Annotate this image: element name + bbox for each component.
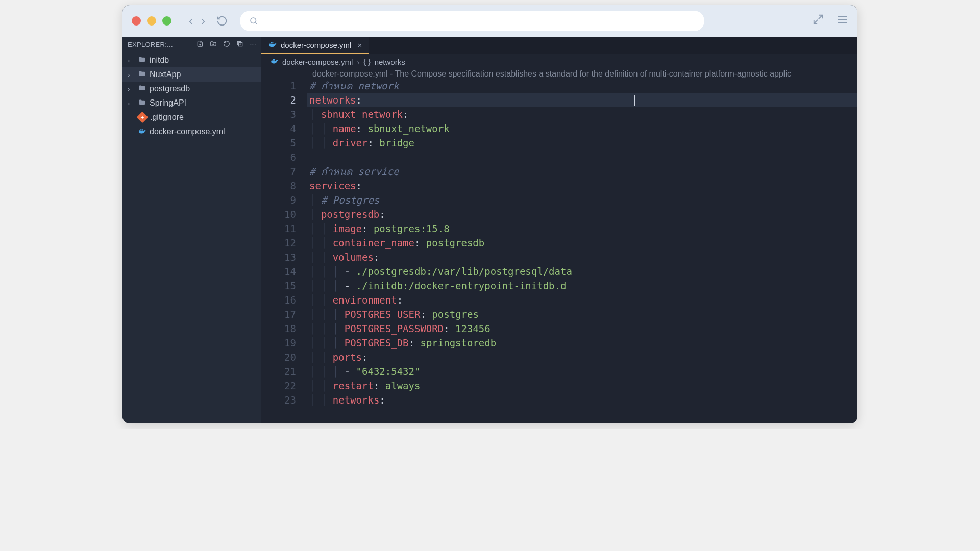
breadcrumb[interactable]: docker-compose.yml › { } networks: [261, 54, 857, 69]
app-window: ‹ › EXPLORER:...: [122, 5, 857, 423]
close-icon[interactable]: ×: [357, 41, 362, 49]
minimize-window-button[interactable]: [147, 16, 156, 26]
tab-docker-compose[interactable]: docker-compose.yml ×: [261, 37, 369, 54]
code-editor[interactable]: 1234567891011121314151617181920212223 # …: [261, 79, 857, 423]
docker-icon: [138, 127, 146, 136]
docker-icon: [268, 40, 277, 50]
chevron-right-icon: ›: [128, 71, 135, 79]
tab-bar: docker-compose.yml ×: [261, 37, 857, 54]
tab-label: docker-compose.yml: [281, 41, 351, 49]
titlebar: ‹ ›: [122, 5, 857, 37]
svg-rect-15: [142, 129, 143, 130]
svg-rect-9: [238, 41, 241, 45]
search-input[interactable]: [240, 11, 704, 31]
explorer-title: EXPLORER:...: [128, 41, 197, 48]
folder-icon: [138, 98, 146, 108]
tree-item-docker-composeyml[interactable]: docker-compose.yml: [122, 124, 261, 139]
docker-icon: [271, 57, 278, 66]
chevron-right-icon: ›: [128, 57, 135, 64]
expand-icon[interactable]: [813, 14, 824, 28]
text-cursor: [634, 95, 635, 106]
chevron-right-icon: ›: [128, 99, 135, 107]
titlebar-right: [813, 13, 848, 29]
tree-item-label: docker-compose.yml: [150, 127, 225, 136]
tree-item-SpringAPI[interactable]: ›SpringAPI: [122, 96, 261, 110]
hamburger-icon[interactable]: [836, 13, 848, 29]
tree-item-label: initdb: [150, 56, 169, 65]
explorer-sidebar: EXPLORER:... ··· ›initdb›NuxtApp›postgre…: [122, 37, 261, 423]
svg-point-0: [251, 18, 256, 23]
git-icon: ✦: [137, 112, 149, 123]
window-controls: [132, 16, 172, 26]
tree-item-gitignore[interactable]: ✦.gitignore: [122, 110, 261, 124]
crumb-file: docker-compose.yml: [282, 58, 353, 66]
svg-rect-20: [272, 42, 273, 43]
svg-rect-25: [274, 59, 275, 60]
line-gutter: 1234567891011121314151617181920212223: [261, 79, 307, 423]
schema-hint: docker-compose.yml - The Compose specifi…: [261, 69, 857, 79]
explorer-header: EXPLORER:... ···: [122, 37, 261, 52]
chevron-right-icon: ›: [128, 85, 135, 93]
nav-arrows: ‹ ›: [189, 14, 205, 28]
reload-icon[interactable]: [216, 15, 228, 27]
folder-icon: [138, 56, 146, 65]
tree-item-initdb[interactable]: ›initdb: [122, 53, 261, 67]
tree-item-NuxtApp[interactable]: ›NuxtApp: [122, 67, 261, 82]
more-icon[interactable]: ···: [250, 40, 256, 49]
braces-icon: { }: [363, 58, 370, 66]
svg-rect-19: [271, 42, 272, 43]
app-body: EXPLORER:... ··· ›initdb›NuxtApp›postgre…: [122, 37, 857, 423]
code-lines: # กำหนด networknetworks:│ sbnuxt_network…: [307, 79, 857, 423]
editor-pane: docker-compose.yml × docker-compose.yml …: [261, 37, 857, 423]
chevron-right-icon: ›: [357, 58, 359, 66]
crumb-symbol: networks: [375, 58, 405, 66]
refresh-icon[interactable]: [223, 40, 230, 49]
close-window-button[interactable]: [132, 16, 141, 26]
tree-item-label: NuxtApp: [150, 70, 181, 79]
new-file-icon[interactable]: [197, 40, 204, 49]
search-icon: [249, 16, 258, 26]
maximize-window-button[interactable]: [162, 16, 172, 26]
new-folder-icon[interactable]: [210, 40, 217, 49]
folder-icon: [138, 70, 146, 79]
tree-item-postgresdb[interactable]: ›postgresdb: [122, 82, 261, 96]
file-tree: ›initdb›NuxtApp›postgresdb›SpringAPI✦.gi…: [122, 52, 261, 139]
tree-item-label: postgresdb: [150, 84, 190, 93]
collapse-icon[interactable]: [236, 40, 243, 49]
back-icon[interactable]: ‹: [189, 14, 193, 28]
tree-item-label: .gitignore: [150, 113, 184, 122]
explorer-actions: ···: [197, 40, 256, 49]
forward-icon[interactable]: ›: [201, 14, 205, 28]
folder-icon: [138, 84, 146, 93]
svg-rect-14: [140, 129, 141, 130]
svg-rect-10: [239, 42, 242, 46]
svg-line-1: [255, 22, 257, 24]
svg-rect-24: [273, 59, 274, 60]
tree-item-label: SpringAPI: [150, 98, 186, 108]
